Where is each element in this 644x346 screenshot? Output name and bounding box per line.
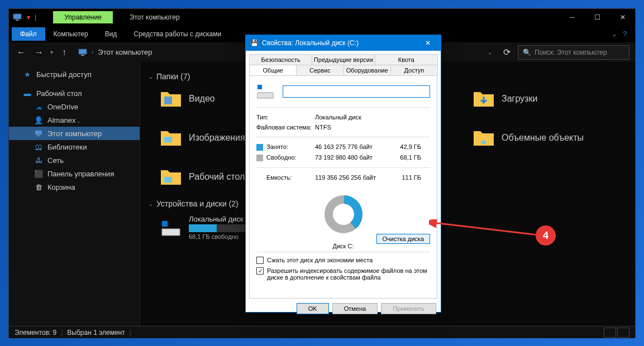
svg-rect-2 [79, 49, 87, 54]
ribbon-context-label: Этот компьютер [113, 11, 197, 23]
compress-checkbox-row[interactable]: Сжать этот диск для экономии места [256, 257, 430, 264]
folder-icon [160, 166, 182, 188]
forward-button[interactable]: → [32, 46, 46, 59]
sidebar-control-panel[interactable]: ⬛Панель управления [9, 167, 140, 180]
used-swatch [256, 144, 263, 151]
tab-hardware[interactable]: Оборудование [344, 65, 391, 75]
disk-cleanup-button[interactable]: Очистка диска [376, 234, 430, 244]
annotation-badge: 4 [536, 225, 556, 246]
free-bytes: 73 192 980 480 байт [315, 154, 388, 161]
fs-label: Файловая система: [256, 124, 315, 131]
status-selected: Выбран 1 элемент [67, 329, 125, 337]
folder-icon [160, 127, 182, 149]
fs-value: NTFS [315, 124, 331, 131]
desktop-icon: ▬ [23, 89, 32, 98]
capacity-bytes: 119 356 256 256 байт [315, 174, 388, 181]
disk-label: Диск C: [333, 243, 354, 249]
dialog-title-text: Свойства: Локальный диск (C:) [262, 39, 359, 47]
menu-view[interactable]: Вид [97, 27, 126, 41]
search-placeholder: Поиск: Этот компьютер [535, 49, 607, 56]
svg-rect-12 [257, 85, 262, 89]
address-text: Этот компьютер [98, 48, 152, 56]
svg-rect-9 [162, 229, 180, 236]
history-dropdown-icon[interactable]: ▾ [50, 49, 53, 55]
index-label: Разрешить индексировать содержимое файло… [267, 267, 430, 281]
control-panel-icon: ⬛ [34, 169, 43, 178]
search-input[interactable]: 🔍 Поиск: Этот компьютер [518, 45, 629, 60]
free-label: Свободно: [266, 154, 297, 161]
sidebar-user[interactable]: 👤Almanex . [9, 113, 140, 127]
tab-general[interactable]: Общие [249, 65, 297, 75]
sidebar-network[interactable]: 🖧Сеть [9, 153, 140, 167]
navigation-pane: ★Быстрый доступ ▬Рабочий стол ☁OneDrive … [9, 62, 140, 326]
sidebar-recycle-bin[interactable]: 🗑Корзина [9, 180, 140, 194]
disk-usage-donut [324, 195, 363, 234]
capacity-gb: 111 ГБ [388, 174, 421, 181]
svg-rect-1 [16, 20, 19, 21]
properties-dialog: 💾 Свойства: Локальный диск (C:) ✕ Безопа… [245, 35, 441, 313]
this-pc-icon [78, 49, 87, 56]
tab-service[interactable]: Сервис [296, 65, 344, 75]
sidebar-libraries[interactable]: 🕮Библиотеки [9, 140, 140, 153]
tab-access[interactable]: Доступ [390, 65, 438, 75]
recycle-bin-icon: 🗑 [34, 182, 43, 191]
menu-disk-tools[interactable]: Средства работы с дисками [125, 27, 230, 41]
close-button[interactable]: ✕ [610, 9, 635, 26]
drive-icon [256, 83, 274, 100]
ok-button[interactable]: OK [297, 303, 329, 314]
help-icon[interactable]: ? [623, 30, 627, 38]
sidebar-quick-access[interactable]: ★Быстрый доступ [9, 68, 140, 81]
this-pc-icon [34, 129, 43, 138]
drive-icon: 💾 [250, 39, 259, 47]
folder-icon [473, 127, 495, 149]
index-checkbox-row[interactable]: ✓ Разрешить индексировать содержимое фай… [256, 267, 430, 281]
ribbon-expand-icon[interactable]: ⌄ [612, 30, 617, 38]
sidebar-desktop[interactable]: ▬Рабочий стол [9, 86, 140, 100]
view-details-button[interactable] [604, 328, 616, 338]
libraries-icon: 🕮 [34, 142, 43, 151]
menu-file[interactable]: Файл [12, 27, 45, 41]
svg-rect-7 [164, 137, 172, 142]
sidebar-this-pc[interactable]: Этот компьютер [9, 127, 140, 140]
dialog-close-button[interactable]: ✕ [419, 39, 436, 47]
this-pc-icon [9, 9, 26, 26]
svg-rect-3 [81, 55, 84, 56]
drive-label-input[interactable] [283, 85, 430, 98]
svg-rect-5 [37, 135, 40, 136]
svg-rect-8 [164, 177, 172, 182]
search-icon: 🔍 [523, 49, 531, 56]
folder-3d-objects[interactable]: Объемные объекты [473, 127, 584, 149]
ribbon-manage-tab[interactable]: Управление [53, 11, 113, 23]
used-gb: 42,9 ГБ [388, 143, 421, 151]
svg-rect-11 [257, 93, 273, 98]
type-label: Тип: [256, 114, 315, 121]
apply-button[interactable]: Применить [381, 303, 436, 314]
capacity-label: Емкость: [256, 174, 315, 181]
tab-quota[interactable]: Квота [375, 54, 438, 65]
up-button[interactable]: ↑ [58, 46, 71, 59]
pin-icon: ▾ [27, 13, 30, 21]
checkbox-unchecked-icon [256, 257, 264, 264]
tab-security[interactable]: Безопасность [249, 54, 312, 65]
sidebar-onedrive[interactable]: ☁OneDrive [9, 100, 140, 113]
menu-computer[interactable]: Компьютер [45, 27, 97, 41]
back-button[interactable]: ← [15, 46, 28, 59]
refresh-button[interactable]: ⟳ [500, 46, 513, 59]
star-icon: ★ [23, 70, 32, 79]
folder-downloads[interactable]: Загрузки [473, 88, 584, 110]
maximize-button[interactable]: ☐ [585, 9, 610, 26]
cancel-button[interactable]: Отмена [332, 303, 378, 314]
view-icons-button[interactable] [617, 328, 629, 338]
folder-icon [160, 88, 182, 110]
used-bytes: 46 163 275 776 байт [315, 143, 388, 151]
address-dropdown-icon[interactable]: ⌄ [488, 49, 492, 55]
dialog-titlebar[interactable]: 💾 Свойства: Локальный диск (C:) ✕ [246, 35, 441, 51]
checkbox-checked-icon: ✓ [256, 267, 264, 275]
minimize-button[interactable]: ─ [560, 9, 585, 26]
svg-rect-0 [13, 14, 21, 19]
tab-general-content: Тип:Локальный диск Файловая система:NTFS… [249, 75, 437, 299]
status-elements: Элементов: 9 [15, 329, 56, 337]
svg-rect-6 [164, 97, 172, 104]
tab-previous-versions[interactable]: Предыдущие версии [312, 54, 375, 65]
compress-label: Сжать этот диск для экономии места [267, 257, 373, 263]
